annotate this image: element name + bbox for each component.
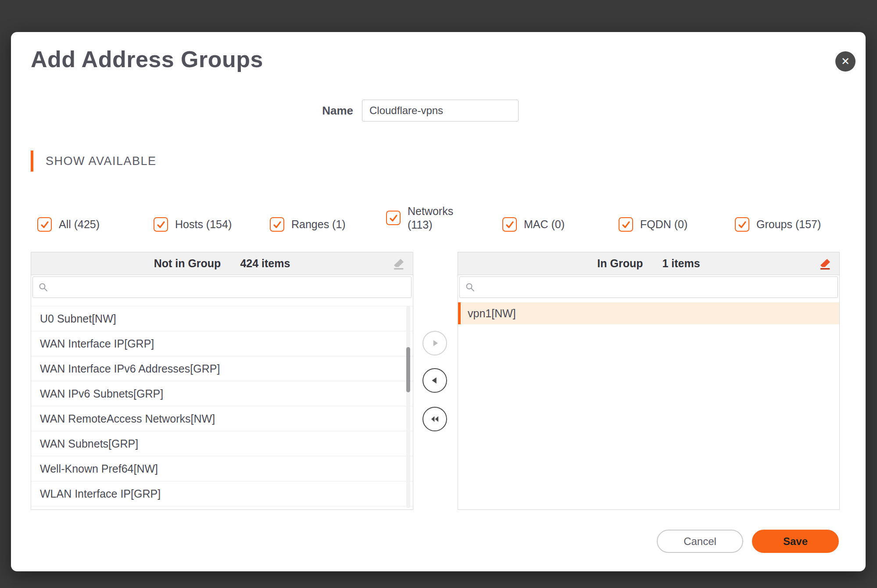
panel-count: 1 items xyxy=(662,257,700,270)
name-field-row: Name xyxy=(257,100,519,122)
checkbox-networks[interactable] xyxy=(386,211,401,225)
filter-all: All (425) xyxy=(37,217,154,232)
scrollbar-track[interactable] xyxy=(406,306,410,508)
filter-label: Hosts (154) xyxy=(175,218,232,231)
move-right-button[interactable] xyxy=(422,331,447,355)
in-group-panel: In Group 1 items vpn1[NW] xyxy=(458,252,840,510)
list-item[interactable]: Well-Known Pref64[NW] xyxy=(31,456,413,481)
add-address-groups-dialog: Add Address Groups ✕ Name SHOW AVAILABLE… xyxy=(11,32,866,571)
list-item-label: WAN Subnets[GRP] xyxy=(40,437,138,450)
filter-label: FQDN (0) xyxy=(640,218,687,231)
save-button[interactable]: Save xyxy=(752,530,839,553)
filter-label: All (425) xyxy=(59,218,100,231)
name-input[interactable] xyxy=(362,100,519,122)
eraser-icon[interactable] xyxy=(392,257,406,271)
panel-title: In Group xyxy=(597,257,643,270)
eraser-icon[interactable] xyxy=(818,257,832,271)
search-icon xyxy=(465,282,476,293)
checkbox-fqdn[interactable] xyxy=(619,217,633,232)
list-item-label: U0 Subnet[NW] xyxy=(40,312,116,325)
triangle-left-icon xyxy=(429,375,440,386)
list-item[interactable]: WAN Subnets[GRP] xyxy=(31,431,413,456)
checkbox-ranges[interactable] xyxy=(270,217,284,232)
not-in-group-searchbar xyxy=(32,276,412,298)
list-item[interactable]: WLAN Interface IP[GRP] xyxy=(31,481,413,506)
list-item-label: WAN IPv6 Subnets[GRP] xyxy=(40,387,163,400)
list-item-label: WAN Interface IPv6 Addresses[GRP] xyxy=(40,362,220,375)
in-group-list: vpn1[NW] xyxy=(458,302,839,324)
search-icon xyxy=(38,282,49,293)
list-item-partial xyxy=(31,299,413,306)
close-icon[interactable]: ✕ xyxy=(835,51,856,72)
dialog-title: Add Address Groups xyxy=(31,46,263,72)
type-filter-row: All (425) Hosts (154) Ranges (1) Network… xyxy=(37,188,853,232)
cancel-button[interactable]: Cancel xyxy=(657,530,743,553)
triangle-right-icon xyxy=(429,337,440,349)
scrollbar-thumb[interactable] xyxy=(406,347,410,392)
filter-mac: MAC (0) xyxy=(502,217,619,232)
name-label: Name xyxy=(257,104,362,118)
not-in-group-list: U0 Subnet[NW] WAN Interface IP[GRP] WAN … xyxy=(31,299,413,506)
panel-title: Not in Group xyxy=(154,257,221,270)
filter-label: Groups (157) xyxy=(756,218,821,231)
list-item-label: WAN Interface IP[GRP] xyxy=(40,337,154,350)
list-item[interactable]: WAN Interface IP[GRP] xyxy=(31,331,413,356)
move-left-button[interactable] xyxy=(422,368,447,393)
filter-hosts: Hosts (154) xyxy=(154,217,270,232)
filter-fqdn: FQDN (0) xyxy=(619,217,735,232)
list-item-label: WLAN Interface IP[GRP] xyxy=(40,488,161,500)
checkbox-all[interactable] xyxy=(37,217,52,232)
checkbox-hosts[interactable] xyxy=(154,217,168,232)
filter-networks: Networks (113) xyxy=(386,204,502,232)
not-in-group-panel: Not in Group 424 items U0 Subnet[NW] WAN… xyxy=(31,252,413,510)
filter-label: Networks (113) xyxy=(408,204,461,232)
checkbox-groups[interactable] xyxy=(735,217,749,232)
filter-label: MAC (0) xyxy=(524,218,565,231)
list-item[interactable]: U0 Subnet[NW] xyxy=(31,306,413,331)
panel-count: 424 items xyxy=(240,257,290,270)
show-available-section: SHOW AVAILABLE xyxy=(31,151,157,172)
list-item[interactable]: WAN IPv6 Subnets[GRP] xyxy=(31,381,413,406)
list-item[interactable]: WAN Interface IPv6 Addresses[GRP] xyxy=(31,356,413,381)
section-accent-bar xyxy=(31,151,33,172)
in-group-searchbar xyxy=(459,276,838,298)
filter-ranges: Ranges (1) xyxy=(270,217,386,232)
double-triangle-left-icon xyxy=(429,413,440,425)
section-header-label: SHOW AVAILABLE xyxy=(46,154,157,168)
not-in-group-header: Not in Group 424 items xyxy=(31,252,413,275)
in-group-search-input[interactable] xyxy=(480,281,832,293)
list-item-label: vpn1[NW] xyxy=(468,307,516,320)
list-item-selected[interactable]: vpn1[NW] xyxy=(458,302,839,324)
filter-groups: Groups (157) xyxy=(735,217,851,232)
checkbox-mac[interactable] xyxy=(502,217,517,232)
list-item-label: Well-Known Pref64[NW] xyxy=(40,463,158,475)
not-in-group-search-input[interactable] xyxy=(53,281,406,293)
in-group-header: In Group 1 items xyxy=(458,252,839,275)
move-all-left-button[interactable] xyxy=(422,407,447,431)
list-item[interactable]: WAN RemoteAccess Networks[NW] xyxy=(31,406,413,431)
list-item-label: WAN RemoteAccess Networks[NW] xyxy=(40,412,215,425)
filter-label: Ranges (1) xyxy=(291,218,346,231)
close-glyph: ✕ xyxy=(841,55,850,68)
